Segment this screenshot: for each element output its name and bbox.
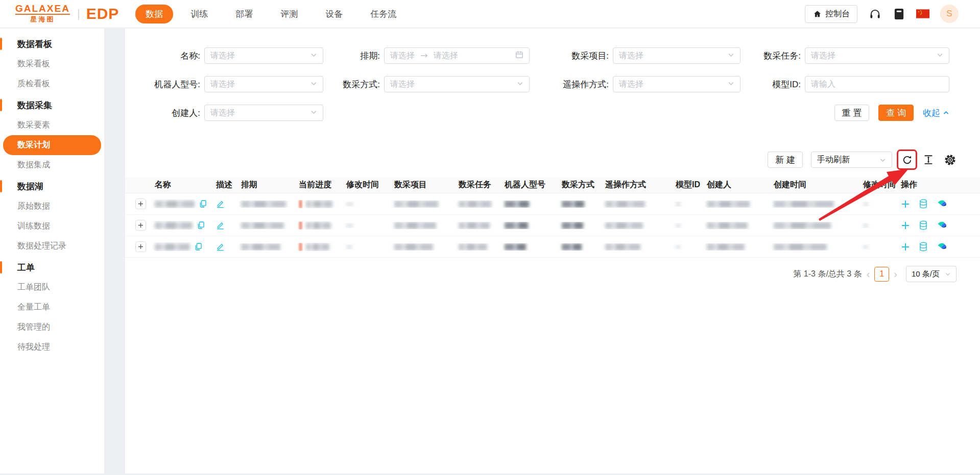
collection-task-select[interactable]: 请选择: [805, 47, 949, 64]
cn-flag-icon[interactable]: [916, 7, 929, 20]
collapse-link[interactable]: 收起: [923, 107, 949, 119]
teleoperation-method-select[interactable]: 请选择: [613, 76, 740, 92]
avatar[interactable]: S: [940, 5, 959, 23]
name-select[interactable]: 请选择: [204, 47, 323, 64]
cell-expand: [125, 220, 151, 231]
robot-model-select[interactable]: 请选择: [204, 76, 323, 92]
cell-model-id: [672, 223, 703, 228]
cell-name: [151, 199, 212, 208]
reload-icon[interactable]: [900, 153, 914, 166]
nav-tab[interactable]: 任务流: [360, 5, 407, 23]
page-size-select[interactable]: 10 条/页: [906, 266, 957, 282]
topbar: GALAXEA 星海图 | EDP 数据训练部署评测设备任务流 控制台: [0, 0, 980, 28]
edit-icon[interactable]: [216, 199, 225, 208]
cell-created-time: [770, 243, 859, 251]
cell-creator: [703, 243, 770, 251]
swap-right-icon: [420, 53, 428, 59]
group-accent-bar: [0, 261, 2, 273]
group-accent-bar: [0, 180, 2, 192]
schedule-date-range[interactable]: 请选择请选择: [384, 47, 530, 64]
sidebar-group-title: 数据看板: [0, 34, 104, 54]
nav-tab[interactable]: 设备: [315, 5, 353, 23]
lark-icon[interactable]: [937, 241, 947, 252]
filter-field-creator: 创建人:请选择: [125, 105, 331, 121]
column-header-modified-time: 修改时间: [859, 180, 897, 190]
nav-tab[interactable]: 训练: [180, 5, 218, 23]
cell-robot-model: [500, 222, 558, 229]
expand-plus-icon[interactable]: [135, 241, 146, 252]
sidebar-item[interactable]: 数采计划: [3, 135, 101, 155]
edit-icon[interactable]: [216, 242, 225, 251]
sidebar-item[interactable]: 数据处理记录: [0, 236, 104, 256]
cell-model-id: [672, 244, 703, 249]
sidebar-item[interactable]: 训练数据: [0, 216, 104, 236]
expand-plus-icon[interactable]: [135, 220, 146, 231]
add-icon[interactable]: [901, 242, 910, 252]
chevron-down-icon: [310, 80, 317, 89]
copy-icon[interactable]: [194, 242, 203, 251]
nav-tab[interactable]: 部署: [225, 5, 263, 23]
database-icon[interactable]: [919, 220, 928, 230]
lark-icon[interactable]: [937, 220, 947, 231]
expand-plus-icon[interactable]: [135, 198, 146, 209]
data-table: 名称描述排期当前进度修改时间数采项目数采任务机器人型号数采方式遥操作方式模型ID…: [125, 177, 980, 258]
progress-chip: [299, 200, 302, 208]
sidebar-item[interactable]: 质检看板: [0, 74, 104, 94]
nav-tab[interactable]: 评测: [270, 5, 308, 23]
collection-project-select[interactable]: 请选择: [613, 47, 740, 64]
search-button[interactable]: 查 询: [878, 105, 914, 121]
sidebar-item[interactable]: 全量工单: [0, 297, 104, 317]
cell-model-id: [672, 202, 703, 207]
copy-icon[interactable]: [199, 199, 207, 208]
cell-description: [212, 199, 237, 208]
filter-field-collection-task: 数采任务:请选择: [749, 47, 958, 64]
add-icon[interactable]: [901, 221, 910, 230]
next-page-icon[interactable]: ›: [889, 269, 902, 279]
cell-modified-time: [859, 223, 897, 228]
sidebar-item[interactable]: 工单团队: [0, 278, 104, 297]
refresh-mode-select[interactable]: 手动刷新: [811, 152, 892, 168]
top-nav: 数据训练部署评测设备任务流: [135, 5, 407, 23]
cell-expand: [125, 198, 151, 209]
sidebar-item[interactable]: 数采要素: [0, 115, 104, 135]
model-id-input[interactable]: [805, 76, 949, 92]
nav-tab[interactable]: 数据: [135, 5, 173, 23]
cell-expand: [125, 241, 151, 252]
cell-robot-model: [500, 201, 558, 208]
column-header-teleoperation-method: 遥操作方式: [601, 180, 672, 190]
page-number[interactable]: 1: [874, 267, 889, 282]
prev-page-icon[interactable]: ‹: [862, 269, 875, 279]
sidebar-item[interactable]: 数采看板: [0, 54, 104, 74]
reset-button[interactable]: 重 置: [834, 105, 870, 121]
chevron-down-icon: [728, 51, 734, 60]
progress-chip: [299, 221, 302, 230]
chevron-up-icon: [943, 110, 949, 116]
headset-icon[interactable]: [868, 7, 881, 20]
handbook-icon[interactable]: [892, 7, 905, 20]
cell-created-time: [770, 222, 859, 229]
add-icon[interactable]: [901, 199, 910, 209]
progress-chip: [299, 243, 302, 251]
sidebar-item[interactable]: 我管理的: [0, 317, 104, 337]
settings-icon[interactable]: [943, 153, 957, 166]
sidebar: 数据看板数采看板质检看板数据采集数采要素数采计划数据集成数据湖原始数据训练数据数…: [0, 29, 105, 473]
column-height-icon[interactable]: [922, 153, 935, 166]
creator-select[interactable]: 请选择: [204, 105, 323, 121]
table-header-row: 名称描述排期当前进度修改时间数采项目数采任务机器人型号数采方式遥操作方式模型ID…: [125, 177, 980, 193]
cell-actions: [897, 198, 953, 209]
edit-icon[interactable]: [216, 221, 225, 230]
sidebar-item[interactable]: 原始数据: [0, 196, 104, 216]
copy-icon[interactable]: [197, 221, 205, 230]
database-icon[interactable]: [919, 199, 928, 209]
cell-actions: [897, 241, 953, 252]
sidebar-item[interactable]: 数据集成: [0, 155, 104, 175]
sidebar-item[interactable]: 待我处理: [0, 337, 104, 357]
collection-method-select[interactable]: 请选择: [384, 76, 530, 92]
database-icon[interactable]: [919, 242, 928, 252]
console-button[interactable]: 控制台: [805, 5, 857, 23]
cell-collection-method: [558, 222, 601, 229]
lark-icon[interactable]: [937, 198, 947, 209]
cell-teleoperation-method: [601, 243, 672, 251]
brand-logo: GALAXEA 星海图 | EDP: [15, 4, 119, 24]
create-button[interactable]: 新 建: [768, 152, 803, 168]
